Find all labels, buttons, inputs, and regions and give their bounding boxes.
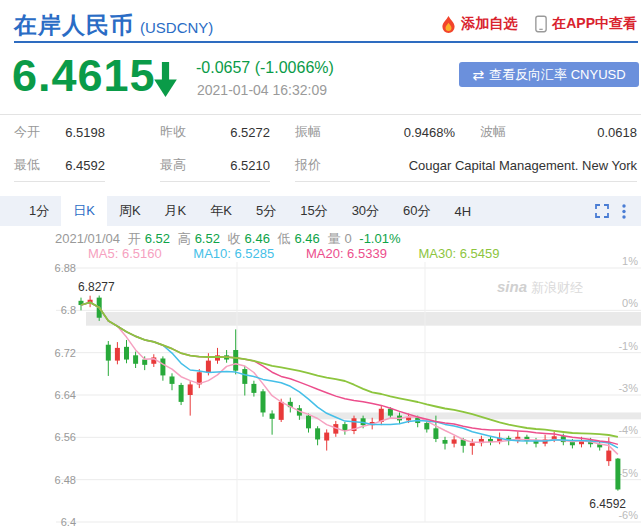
svg-text:6.56: 6.56 bbox=[55, 431, 76, 443]
sina-watermark: 新浪财经 bbox=[531, 280, 583, 295]
chart-bands bbox=[86, 312, 641, 419]
svg-text:6.72: 6.72 bbox=[55, 347, 76, 359]
candle-down bbox=[315, 428, 320, 439]
candle-down bbox=[142, 360, 147, 365]
candle-down bbox=[242, 369, 247, 384]
candle-down bbox=[615, 459, 620, 490]
svg-text:6.64: 6.64 bbox=[55, 389, 76, 401]
candle-down bbox=[133, 355, 138, 363]
svg-text:0%: 0% bbox=[622, 297, 638, 309]
svg-text:sina: sina bbox=[497, 278, 527, 295]
usdcny-quote-page: 在岸人民币(USDCNY) 添加自选 在APP中查看 6.4615 -0.065… bbox=[0, 0, 641, 531]
high-annotation: 6.8277 bbox=[78, 280, 115, 294]
svg-text:-6%: -6% bbox=[618, 509, 638, 521]
candle-down bbox=[433, 428, 438, 439]
candlestick-chart[interactable]: 6.881%6.80%6.72-1%6.64-3%6.56-4%6.48-5%6… bbox=[0, 0, 641, 531]
svg-text:-5%: -5% bbox=[618, 467, 638, 479]
candle-down bbox=[424, 423, 429, 429]
svg-text:新浪财经: 新浪财经 bbox=[531, 280, 583, 295]
candle-down bbox=[261, 391, 266, 412]
candle-down bbox=[388, 409, 393, 416]
chart-grid bbox=[56, 262, 641, 522]
candle-down bbox=[160, 358, 165, 375]
candle-down bbox=[106, 345, 111, 361]
svg-text:6.48: 6.48 bbox=[55, 474, 76, 486]
candle-up bbox=[606, 451, 611, 462]
candle-up bbox=[206, 361, 211, 373]
svg-text:-3%: -3% bbox=[618, 382, 638, 394]
candle-up bbox=[324, 433, 329, 441]
candle-down bbox=[233, 350, 238, 371]
svg-text:-1%: -1% bbox=[618, 340, 638, 352]
svg-text:6.8: 6.8 bbox=[61, 304, 76, 316]
candle-up bbox=[470, 443, 475, 446]
candle-down bbox=[179, 385, 184, 402]
candle-down bbox=[251, 384, 256, 393]
svg-text:1%: 1% bbox=[622, 255, 638, 267]
svg-text:6.88: 6.88 bbox=[55, 262, 76, 274]
candle-down bbox=[124, 347, 129, 360]
candle-up bbox=[115, 348, 120, 361]
candle-up bbox=[188, 384, 193, 395]
svg-text:6.4: 6.4 bbox=[61, 516, 76, 528]
candle-down bbox=[570, 442, 575, 445]
low-annotation: 6.4592 bbox=[589, 497, 626, 511]
candle-down bbox=[443, 440, 448, 444]
candle-up bbox=[279, 402, 284, 420]
candle-down bbox=[170, 376, 175, 383]
svg-text:-4%: -4% bbox=[618, 424, 638, 436]
candle-down bbox=[306, 416, 311, 429]
candle-down bbox=[270, 414, 275, 419]
candle-up bbox=[452, 439, 457, 443]
